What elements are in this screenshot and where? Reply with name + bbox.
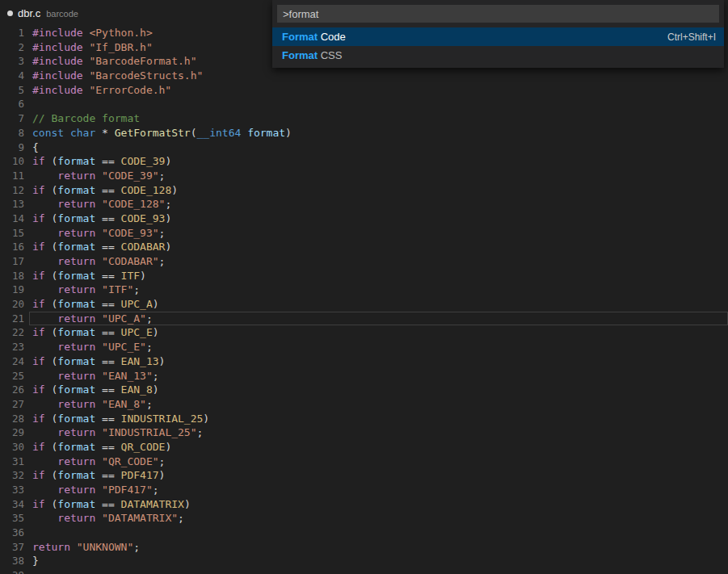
code-line-13[interactable]: 13 return "CODE_128"; (0, 197, 728, 212)
code-line-10[interactable]: 10if (format == CODE_39) (0, 154, 728, 169)
line-number: 30 (0, 440, 24, 455)
code-line-6[interactable]: 6 (0, 97, 728, 111)
code-text: if (format == INDUSTRIAL_25) (29, 412, 728, 426)
line-number: 14 (0, 212, 24, 226)
code-text: if (format == CODE_128) (29, 183, 728, 198)
code-line-24[interactable]: 24if (format == EAN_13) (0, 354, 728, 369)
code-line-27[interactable]: 27 return "EAN_8"; (0, 397, 728, 412)
code-line-12[interactable]: 12if (format == CODE_128) (0, 183, 728, 198)
code-line-20[interactable]: 20if (format == UPC_A) (0, 297, 728, 312)
palette-item-format-code[interactable]: Format CodeCtrl+Shift+I (272, 27, 724, 46)
code-text: if (format == QR_CODE) (29, 440, 728, 455)
tab-filename[interactable]: dbr.c (18, 7, 40, 19)
code-text (29, 97, 728, 111)
code-line-37[interactable]: 37return "UNKNOWN"; (0, 540, 728, 555)
line-number: 4 (0, 69, 24, 83)
palette-item-match: Format (282, 31, 318, 43)
line-number: 36 (0, 526, 24, 540)
line-number: 33 (0, 483, 24, 497)
code-text (29, 568, 728, 574)
code-text: return "EAN_13"; (29, 369, 728, 383)
code-text: return "UNKNOWN"; (29, 540, 728, 555)
code-text: return "PDF417"; (29, 483, 728, 497)
code-line-15[interactable]: 15 return "CODE_93"; (0, 226, 728, 241)
line-number: 6 (0, 97, 24, 111)
code-line-22[interactable]: 22if (format == UPC_E) (0, 325, 728, 340)
line-number: 17 (0, 254, 24, 269)
code-line-30[interactable]: 30if (format == QR_CODE) (0, 440, 728, 455)
code-line-32[interactable]: 32if (format == PDF417) (0, 468, 728, 483)
code-text: return "CODE_39"; (29, 169, 728, 183)
line-number: 39 (0, 568, 24, 574)
line-number: 3 (0, 54, 24, 69)
line-number: 1 (0, 26, 24, 40)
code-line-34[interactable]: 34if (format == DATAMATRIX) (0, 497, 728, 512)
line-number: 11 (0, 169, 24, 183)
modified-dot-icon (7, 10, 13, 16)
code-line-21[interactable]: 21 return "UPC_A"; (0, 312, 728, 326)
line-number: 26 (0, 383, 24, 397)
line-number: 38 (0, 554, 24, 568)
code-line-39[interactable]: 39 (0, 568, 728, 574)
code-line-28[interactable]: 28if (format == INDUSTRIAL_25) (0, 412, 728, 426)
code-line-11[interactable]: 11 return "CODE_39"; (0, 169, 728, 183)
line-number: 2 (0, 40, 24, 55)
line-number: 20 (0, 297, 24, 312)
line-number: 19 (0, 283, 24, 297)
code-line-26[interactable]: 26if (format == EAN_8) (0, 383, 728, 397)
code-text: const char * GetFormatStr(__int64 format… (29, 126, 728, 140)
line-number: 35 (0, 511, 24, 526)
code-text: return "CODE_93"; (29, 226, 728, 241)
line-number: 16 (0, 240, 24, 254)
palette-item-label: CSS (318, 49, 342, 61)
code-line-33[interactable]: 33 return "PDF417"; (0, 483, 728, 497)
code-line-23[interactable]: 23 return "UPC_E"; (0, 340, 728, 354)
line-number: 28 (0, 412, 24, 426)
line-number: 12 (0, 183, 24, 198)
code-line-31[interactable]: 31 return "QR_CODE"; (0, 455, 728, 469)
line-number: 31 (0, 455, 24, 469)
code-text: #include "ErrorCode.h" (29, 83, 728, 98)
line-number: 15 (0, 226, 24, 241)
code-line-18[interactable]: 18if (format == ITF) (0, 269, 728, 283)
code-line-29[interactable]: 29 return "INDUSTRIAL_25"; (0, 425, 728, 440)
code-text: if (format == EAN_13) (29, 354, 728, 369)
code-text: return "INDUSTRIAL_25"; (29, 425, 728, 440)
line-number: 23 (0, 340, 24, 354)
code-text: if (format == EAN_8) (29, 383, 728, 397)
code-line-4[interactable]: 4#include "BarcodeStructs.h" (0, 69, 728, 83)
code-text: return "DATAMATRIX"; (29, 511, 728, 526)
code-line-16[interactable]: 16if (format == CODABAR) (0, 240, 728, 254)
code-text: } (29, 554, 728, 568)
code-line-35[interactable]: 35 return "DATAMATRIX"; (0, 511, 728, 526)
code-line-9[interactable]: 9{ (0, 140, 728, 155)
code-line-7[interactable]: 7// Barcode format (0, 111, 728, 126)
code-line-14[interactable]: 14if (format == CODE_93) (0, 212, 728, 226)
code-line-19[interactable]: 19 return "ITF"; (0, 283, 728, 297)
code-line-25[interactable]: 25 return "EAN_13"; (0, 369, 728, 383)
code-text: return "CODABAR"; (29, 254, 728, 269)
code-editor[interactable]: 1#include <Python.h>2#include "If_DBR.h"… (0, 26, 728, 574)
code-text: if (format == UPC_A) (29, 297, 728, 312)
line-number: 32 (0, 468, 24, 483)
code-line-36[interactable]: 36 (0, 526, 728, 540)
code-line-8[interactable]: 8const char * GetFormatStr(__int64 forma… (0, 126, 728, 140)
code-text: return "UPC_E"; (29, 340, 728, 354)
code-text: if (format == CODE_93) (29, 212, 728, 226)
line-number: 8 (0, 126, 24, 140)
code-line-5[interactable]: 5#include "ErrorCode.h" (0, 83, 728, 98)
line-number: 10 (0, 154, 24, 169)
code-text: if (format == ITF) (29, 269, 728, 283)
code-text: return "EAN_8"; (29, 397, 728, 412)
command-palette-list: Format CodeCtrl+Shift+IFormat CSS (272, 27, 724, 65)
command-palette: Format CodeCtrl+Shift+IFormat CSS (272, 0, 724, 68)
code-line-17[interactable]: 17 return "CODABAR"; (0, 254, 728, 269)
line-number: 7 (0, 111, 24, 126)
palette-item-match: Format (282, 49, 318, 61)
palette-item-format-css[interactable]: Format CSS (272, 46, 724, 65)
palette-item-label: Code (318, 31, 346, 43)
line-number: 27 (0, 397, 24, 412)
command-palette-input[interactable] (277, 5, 719, 23)
code-text: return "UPC_A"; (29, 312, 728, 326)
code-line-38[interactable]: 38} (0, 554, 728, 568)
